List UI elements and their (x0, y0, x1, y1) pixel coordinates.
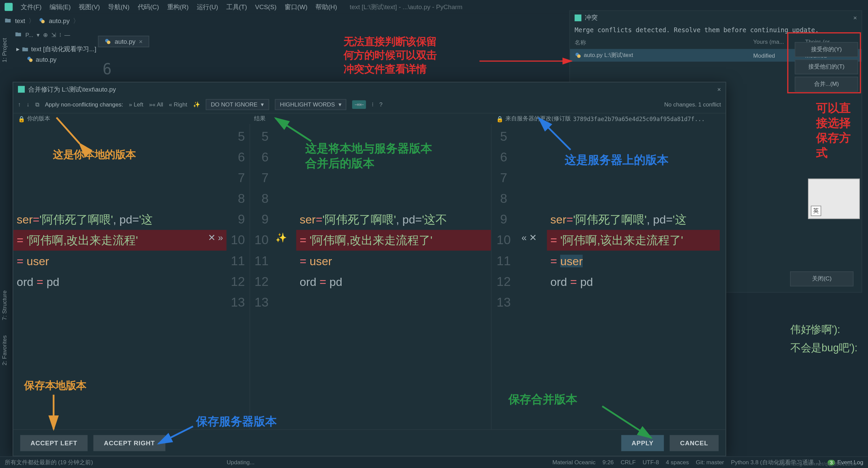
magic-resolve-icon[interactable]: ✨ (275, 232, 287, 243)
close-icon[interactable]: × (717, 86, 721, 93)
cancel-button[interactable]: CANCEL (670, 435, 719, 451)
status-bar: 所有文件都处最新的 (19 分钟之前) Updating... Material… (0, 456, 868, 468)
tab-favorites[interactable]: 2: Favorites (0, 331, 8, 370)
menu-file[interactable]: 文件(F) (21, 3, 41, 11)
editor-tab-auto-py[interactable]: auto.py × (98, 36, 149, 47)
editor-tabs: auto.py × (98, 35, 149, 48)
close-icon[interactable]: × (853, 14, 857, 21)
apply-nc-label: Apply non-conflicting changes: (45, 101, 123, 108)
svg-point-1 (41, 20, 44, 23)
menu-code[interactable]: 代码(C) (138, 3, 159, 11)
project-panel: P... ▾ ⊕ ⇲ ⁝ — ▸ text [自动化观看学习...] auto.… (12, 28, 104, 66)
target-icon[interactable]: ⊕ (43, 32, 48, 38)
menu-view[interactable]: 视图(V) (79, 3, 100, 11)
settings-icon[interactable]: ⁝ (372, 101, 373, 108)
status-theme[interactable]: Material Oceanic (552, 459, 595, 466)
project-dropdown[interactable]: P... (25, 32, 33, 38)
menu-navigate[interactable]: 导航(N) (108, 3, 129, 11)
accept-theirs-button[interactable]: 接受他们的(T) (795, 59, 858, 74)
gutter: 5678910111213 (491, 124, 520, 429)
settings-icon[interactable]: ⁝ (59, 32, 61, 38)
python-icon (575, 52, 581, 59)
menu-window[interactable]: 窗口(W) (285, 3, 307, 11)
merge-reject-left[interactable]: ✕ » (208, 232, 223, 243)
status-line-sep[interactable]: CRLF (621, 459, 636, 466)
revision-hash: 3789d3fae2b79a65e4d25c09af95da81d7f... (573, 116, 705, 122)
tab-structure[interactable]: 7: Structure (0, 286, 8, 325)
yours-label: 你的版本 (27, 115, 50, 123)
conflicts-message: Merge conflicts detected. Resolve them b… (570, 24, 862, 36)
breadcrumb-file[interactable]: auto.py (49, 17, 70, 24)
breadcrumb-root[interactable]: text (15, 17, 25, 24)
bg-line-num: 6 (102, 60, 112, 78)
tab-project[interactable]: 1: Project (0, 34, 8, 67)
status-vcs-msg: 所有文件都处最新的 (19 分钟之前) (5, 459, 93, 467)
avatar-sticker: 英 (808, 179, 860, 219)
bg-code-snippet: 伟好惨啊'): 不会是bug吧'): (790, 320, 857, 357)
window-title: text [L:\测试\text] - ...\auto.py - PyChar… (350, 3, 462, 11)
lock-icon: 🔒 (496, 116, 503, 122)
next-change-icon[interactable]: ↓ (26, 101, 29, 108)
compare-icon[interactable]: ⧉ (35, 101, 39, 108)
breadcrumb-sep: 〉 (28, 16, 35, 25)
app-icon (5, 3, 13, 11)
apply-left-button[interactable]: » Left (129, 101, 143, 108)
menu-refactor[interactable]: 重构(R) (167, 3, 189, 11)
menu-edit[interactable]: 编辑(E) (50, 3, 71, 11)
merge-reject-right[interactable]: « ✕ (522, 232, 537, 243)
gutter: 5678910111213 (227, 124, 250, 429)
highlight-dropdown[interactable]: HIGHLIGHT WORDS ▾ (275, 99, 346, 110)
editor-tab-label: auto.py (115, 38, 135, 45)
merge-pane-result[interactable]: 5678910111213 ✨ ser='阿伟死了啊喂', pd='这不 = '… (250, 124, 492, 429)
apply-all-button[interactable]: »« All (149, 101, 163, 108)
menu-help[interactable]: 帮助(H) (315, 3, 337, 11)
lock-icon: 🔒 (18, 116, 25, 122)
left-tool-strip: 1: Project 7: Structure 2: Favorites (0, 28, 12, 456)
close-tab-icon[interactable]: × (139, 38, 143, 45)
tree-file[interactable]: auto.py (16, 55, 99, 64)
accept-left-button[interactable]: ACCEPT LEFT (20, 435, 88, 451)
collapse-icon[interactable]: ⇥⇤ (352, 100, 366, 109)
close-button[interactable]: 关闭(C) (790, 271, 853, 286)
theirs-label: 来自服务器的更改(修订版 (505, 115, 571, 123)
gutter: 5678910111213 (250, 124, 273, 429)
merge-pane-yours[interactable]: ser='阿伟死了啊喂', pd='这 = '阿伟啊,改出来走流程' = use… (13, 124, 250, 429)
merge-button[interactable]: 合并...(M) (795, 77, 858, 92)
menu-run[interactable]: 运行(U) (197, 3, 218, 11)
merge-status: No changes. 1 conflict (664, 101, 721, 108)
breadcrumb-sep: 〉 (73, 16, 79, 25)
prev-change-icon[interactable]: ↑ (18, 101, 21, 108)
merge-dialog: 合并修订为 L:\测试\text\auto.py × ↑ ↓ ⧉ Apply n… (13, 82, 726, 456)
app-icon (575, 14, 581, 21)
status-updating: Updating... (227, 459, 254, 466)
status-encoding[interactable]: UTF-8 (642, 459, 659, 466)
accept-yours-button[interactable]: 接受你的(Y) (795, 42, 858, 57)
merge-pane-theirs[interactable]: 5678910111213 « ✕ ser='阿伟死了啊喂', pd='这 = … (491, 124, 726, 429)
annotation-text: 无法直接判断该保留 何方的时候可以双击 冲突文件查看详情 (344, 35, 437, 76)
status-git[interactable]: Git: master (696, 459, 724, 466)
apply-button[interactable]: APPLY (621, 435, 664, 451)
magic-icon[interactable]: ✨ (193, 101, 200, 108)
accept-right-button[interactable]: ACCEPT RIGHT (94, 435, 166, 451)
tree-file-label: auto.py (36, 56, 56, 63)
help-icon[interactable]: ? (379, 101, 382, 108)
apply-right-button[interactable]: « Right (169, 101, 187, 108)
menu-vcs[interactable]: VCS(S) (255, 3, 276, 10)
collapse-icon[interactable]: ⇲ (51, 32, 56, 38)
svg-point-8 (577, 55, 581, 58)
merge-toolbar: ↑ ↓ ⧉ Apply non-conflicting changes: » L… (13, 96, 726, 114)
ignore-dropdown[interactable]: DO NOT IGNORE ▾ (206, 99, 269, 110)
folder-icon (22, 46, 29, 53)
status-cursor-pos[interactable]: 9:26 (602, 459, 614, 466)
menu-tools[interactable]: 工具(T) (226, 3, 247, 11)
tree-root-label: text [自动化观看学习...] (31, 45, 96, 54)
merge-footer: ACCEPT LEFT ACCEPT RIGHT APPLY CANCEL (13, 429, 726, 456)
python-icon (38, 17, 45, 24)
svg-rect-9 (18, 86, 25, 93)
tree-root[interactable]: ▸ text [自动化观看学习...] (16, 44, 99, 55)
svg-rect-6 (575, 14, 581, 21)
status-indent[interactable]: 4 spaces (666, 459, 689, 466)
merge-title: 合并修订为 L:\测试\text\auto.py (28, 85, 116, 94)
app-icon (18, 86, 25, 93)
python-icon (104, 38, 111, 45)
